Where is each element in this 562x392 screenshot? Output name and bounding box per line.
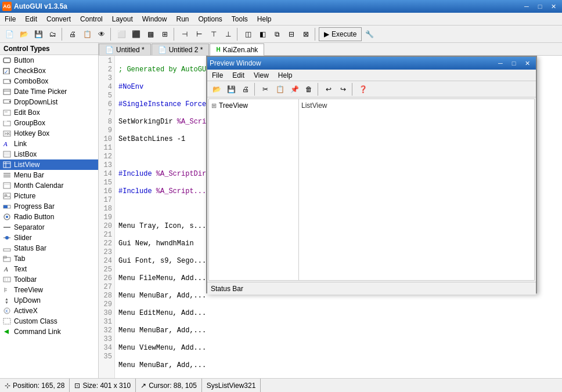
svg-text:✓: ✓ (4, 69, 9, 74)
tb-btn-f[interactable]: ⊢ (192, 27, 206, 41)
ctrl-picture[interactable]: Picture (0, 191, 98, 201)
menu-options[interactable]: Options (193, 13, 226, 25)
tb-btn-a[interactable]: ⬜ (114, 27, 128, 41)
main-layout: Control Types Button ✓ CheckBox ▼ ComboB… (0, 43, 562, 378)
tb-btn-l[interactable]: ⊟ (284, 27, 298, 41)
menu-convert[interactable]: Convert (42, 13, 75, 25)
prev-tb-undo[interactable]: ↩ (322, 82, 336, 96)
save-button[interactable]: 💾 (31, 27, 45, 41)
preview-menu-help[interactable]: Help (273, 70, 297, 81)
status-size: ⊡ Size: 401 x 310 (70, 379, 136, 392)
preview-menu-view[interactable]: View (249, 70, 273, 81)
ctrl-monthcal[interactable]: Month Calendar (0, 180, 98, 191)
ctrl-listview[interactable]: ListView (0, 159, 98, 170)
tb-btn-m[interactable]: ⊠ (299, 27, 313, 41)
ctrl-groupbox[interactable]: GroupBox (0, 118, 98, 128)
execute-button[interactable]: ▶ Execute (319, 27, 362, 41)
preview-menu-file[interactable]: File (207, 70, 228, 81)
code-editor[interactable]: 12345 678910 1112131415 1617181920 21222… (99, 56, 562, 378)
minimize-button[interactable]: ─ (520, 1, 533, 12)
preview-menu-edit[interactable]: Edit (228, 70, 249, 81)
ctrl-activex[interactable]: X ActiveX (0, 306, 98, 316)
menu-edit[interactable]: Edit (20, 13, 42, 25)
prev-tb-print[interactable]: 🖨 (239, 82, 253, 96)
updown-icon: ▲▼ (2, 296, 12, 305)
svg-rect-9 (3, 110, 10, 115)
ctrl-link[interactable]: A Link (0, 139, 98, 149)
ctrl-customclass[interactable]: Custom Class (0, 316, 98, 326)
ctrl-datetime[interactable]: Date Time Picker (0, 86, 98, 97)
ctrl-progress[interactable]: Progress Bar (0, 201, 98, 212)
close-button[interactable]: ✕ (547, 1, 560, 12)
prev-tb-delete[interactable]: 🗑 (302, 82, 316, 96)
code-line-17: Menu ViewMenu, Add... (118, 344, 559, 353)
tree-expand-icon[interactable]: ⊞ (211, 102, 217, 110)
ctrl-tab[interactable]: Tab (0, 253, 98, 264)
tab-untitled2[interactable]: 📄 Untitled 2 * (152, 43, 210, 55)
menu-help[interactable]: Help (253, 13, 276, 25)
ctrl-text[interactable]: A Text (0, 264, 98, 274)
menu-file[interactable]: File (0, 13, 20, 25)
maximize-button[interactable]: □ (534, 1, 546, 12)
tb-btn-b[interactable]: ⬛ (129, 27, 143, 41)
menu-control[interactable]: Control (75, 13, 107, 25)
prev-tb-cut[interactable]: ✂ (258, 82, 272, 96)
ctrl-commandlink[interactable]: Command Link (0, 326, 98, 337)
ctrl-treeview[interactable]: TreeView (0, 285, 98, 295)
tb-btn-e[interactable]: ⊣ (178, 27, 192, 41)
tb-btn-j[interactable]: ◧ (255, 27, 269, 41)
tab-kaizenahk[interactable]: H KaiZen.ahk (210, 43, 264, 56)
preview-button[interactable]: 👁 (95, 27, 109, 41)
ctrl-listbox[interactable]: ListBox (0, 149, 98, 159)
prev-tb-open[interactable]: 📂 (210, 82, 224, 96)
prev-tb-help[interactable]: ❓ (356, 82, 370, 96)
tb-btn-k[interactable]: ⧉ (270, 27, 284, 41)
open-button[interactable]: 📂 (17, 27, 31, 41)
ctrl-editbox[interactable]: Edit Box (0, 107, 98, 118)
tb-btn-n[interactable]: 🔧 (362, 27, 376, 41)
menu-layout[interactable]: Layout (107, 13, 138, 25)
prev-tb-copy[interactable]: 📋 (273, 82, 287, 96)
prev-tb-redo[interactable]: ↪ (336, 82, 350, 96)
menu-run[interactable]: Run (171, 13, 193, 25)
ctrl-hotkey[interactable]: HK Hotkey Box (0, 128, 98, 139)
tb-btn-h[interactable]: ⊥ (221, 27, 235, 41)
ctrl-combobox[interactable]: ▼ ComboBox (0, 76, 98, 86)
preview-close[interactable]: ✕ (521, 58, 534, 68)
tb-btn-g[interactable]: ⊤ (207, 27, 221, 41)
tb-btn-d[interactable]: ⊞ (158, 27, 172, 41)
ctrl-slider[interactable]: Slider (0, 233, 98, 243)
save-all-button[interactable]: 🗂 (46, 27, 60, 41)
size-value: Size: 401 x 310 (82, 382, 131, 390)
ctrl-radio[interactable]: Radio Button (0, 212, 98, 222)
preview-status-bar: Status Bar (207, 282, 536, 295)
ctrl-checkbox[interactable]: ✓ CheckBox (0, 66, 98, 76)
tb-btn-i[interactable]: ◫ (241, 27, 255, 41)
ctrl-dropdown[interactable]: ▼ DropDownList (0, 97, 98, 107)
prev-tb-paste[interactable]: 📌 (287, 82, 301, 96)
ctrl-statusbar[interactable]: Status Bar (0, 243, 98, 253)
tb-btn-c[interactable]: ▩ (143, 27, 157, 41)
new-button[interactable]: 📄 (2, 27, 16, 41)
dropdown-icon: ▼ (2, 97, 12, 107)
preview-statusbar-text: Status Bar (211, 285, 243, 293)
radio-icon (2, 212, 12, 222)
ctrl-separator[interactable]: Separator (0, 222, 98, 233)
preview-maximize[interactable]: □ (507, 58, 520, 68)
page-setup-button[interactable]: 📋 (80, 27, 94, 41)
print-button[interactable]: 🖨 (66, 27, 80, 41)
ctrl-updown[interactable]: ▲▼ UpDown (0, 295, 98, 306)
tab-bar: 📄 Untitled * 📄 Untitled 2 * H KaiZen.ahk (99, 43, 562, 56)
editbox-icon (2, 108, 12, 117)
prev-tb-save[interactable]: 💾 (224, 82, 238, 96)
ctrl-button[interactable]: Button (0, 55, 98, 66)
menu-window[interactable]: Window (138, 13, 172, 25)
menubar-icon (2, 170, 12, 180)
tab-untitled1[interactable]: 📄 Untitled * (99, 43, 151, 55)
separator-4 (237, 28, 239, 41)
menu-tools[interactable]: Tools (227, 13, 253, 25)
ctrl-toolbar[interactable]: Toolbar (0, 274, 98, 285)
editor-area: 📄 Untitled * 📄 Untitled 2 * H KaiZen.ahk… (99, 43, 562, 378)
ctrl-menubar[interactable]: Menu Bar (0, 170, 98, 180)
preview-minimize[interactable]: ─ (494, 58, 507, 68)
